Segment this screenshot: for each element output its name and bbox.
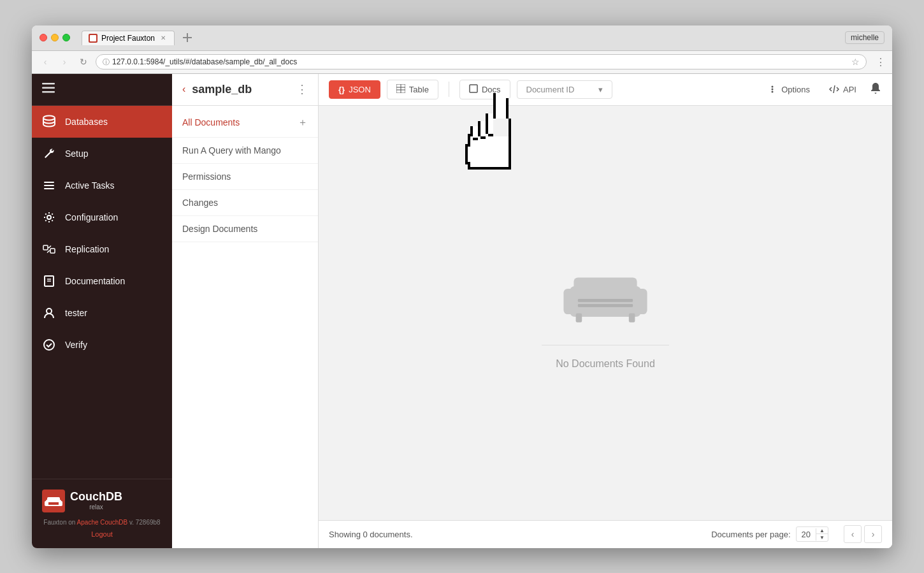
list-icon — [42, 178, 56, 192]
browser-window: Project Fauxton ✕ michelle ‹ › ↻ ⓘ 127.0… — [32, 25, 892, 548]
json-label: JSON — [349, 85, 371, 94]
url-bar[interactable]: ⓘ 127.0.0.1:5984/_utils/#/database/sampl… — [96, 54, 867, 69]
close-button[interactable] — [40, 34, 47, 41]
minimize-button[interactable] — [51, 34, 59, 41]
address-bar: ‹ › ↻ ⓘ 127.0.0.1:5984/_utils/#/database… — [32, 51, 892, 74]
svg-rect-19 — [47, 502, 60, 505]
couch-illustration — [554, 256, 656, 332]
tab-favicon — [89, 34, 97, 43]
svg-rect-11 — [43, 245, 48, 250]
sidebar-item-label-documentation: Documentation — [65, 276, 125, 286]
gear-icon — [42, 210, 56, 224]
sidebar-item-configuration[interactable]: Configuration — [32, 201, 172, 233]
user-badge: michelle — [845, 31, 884, 44]
traffic-lights — [40, 34, 70, 41]
sidebar-item-label-verify: Verify — [65, 340, 87, 350]
logout-link[interactable]: Logout — [42, 530, 162, 538]
sidebar-footer: CouchDB relax Fauxton on Apache CouchDB … — [32, 479, 172, 548]
sidebar-item-replication[interactable]: Replication — [32, 233, 172, 265]
svg-rect-36 — [633, 289, 647, 314]
svg-rect-21 — [59, 501, 62, 506]
options-label: Options — [781, 85, 810, 94]
forward-button[interactable]: › — [57, 55, 71, 69]
back-button[interactable]: ‹ — [38, 55, 52, 69]
options-button[interactable]: Options — [761, 80, 816, 98]
all-documents-label: All Documents — [182, 117, 240, 127]
svg-point-17 — [44, 340, 54, 350]
sidebar-item-active-tasks[interactable]: Active Tasks — [32, 170, 172, 201]
sidebar-item-label-active-tasks: Active Tasks — [65, 180, 115, 191]
divider-line — [542, 345, 669, 345]
per-page-decrement[interactable]: ▼ — [816, 534, 828, 541]
sidebar-item-user[interactable]: tester — [32, 297, 172, 329]
svg-rect-4 — [42, 87, 55, 89]
sidebar-item-documentation[interactable]: Documentation — [32, 265, 172, 297]
add-document-button[interactable]: ＋ — [298, 116, 308, 129]
sub-nav-header: ‹ sample_db ⋮ — [172, 74, 318, 106]
svg-rect-32 — [574, 277, 637, 298]
sidebar-item-label-databases: Databases — [65, 117, 108, 127]
back-to-databases-button[interactable]: ‹ — [182, 83, 185, 95]
sub-nav-changes[interactable]: Changes — [172, 190, 318, 216]
options-icon — [767, 84, 777, 94]
sub-nav-panel: ‹ sample_db ⋮ All Documents ＋ Run A Quer… — [172, 74, 319, 548]
maximize-button[interactable] — [62, 34, 70, 41]
new-tab-button[interactable] — [180, 30, 195, 45]
per-page-arrows: ▲ ▼ — [816, 527, 828, 541]
previous-page-button[interactable]: ‹ — [844, 525, 862, 543]
book-icon — [42, 274, 56, 288]
wrench-icon — [42, 147, 56, 161]
api-button[interactable]: API — [823, 80, 863, 98]
sidebar-item-label-user: tester — [65, 308, 87, 318]
per-page-control: Documents per page: 20 ▲ ▼ ‹ › — [711, 525, 882, 543]
apache-link[interactable]: Apache CouchDB — [77, 519, 128, 526]
sidebar-item-label-setup: Setup — [65, 149, 89, 159]
svg-rect-8 — [44, 185, 54, 186]
hamburger-icon[interactable] — [42, 83, 55, 96]
tab-close-button[interactable]: ✕ — [159, 34, 168, 43]
per-page-increment[interactable]: ▲ — [816, 527, 828, 534]
sidebar-item-setup[interactable]: Setup — [32, 138, 172, 170]
svg-rect-35 — [563, 289, 577, 314]
table-icon — [396, 84, 405, 95]
per-page-label: Documents per page: — [711, 530, 790, 539]
pagination-arrows: ‹ › — [844, 525, 882, 543]
svg-rect-33 — [577, 299, 633, 302]
sub-nav-design-documents[interactable]: Design Documents — [172, 216, 318, 242]
sidebar-item-verify[interactable]: Verify — [32, 329, 172, 361]
sub-nav-all-documents[interactable]: All Documents ＋ — [172, 108, 318, 138]
sidebar: Databases Setup Active Tasks — [32, 74, 172, 548]
sidebar-item-databases[interactable]: Databases — [32, 106, 172, 138]
browser-tab[interactable]: Project Fauxton ✕ — [82, 31, 175, 45]
json-braces-icon: {} — [338, 85, 345, 94]
sidebar-item-label-configuration: Configuration — [65, 212, 118, 222]
refresh-button[interactable]: ↻ — [76, 55, 90, 69]
url-text: 127.0.0.1:5984/_utils/#/database/sample_… — [112, 57, 297, 66]
sub-nav-permissions[interactable]: Permissions — [172, 164, 318, 190]
svg-rect-0 — [90, 35, 96, 41]
table-view-button[interactable]: Table — [387, 80, 438, 99]
browser-menu-icon[interactable]: ⋮ — [876, 56, 886, 68]
next-page-button[interactable]: › — [864, 525, 882, 543]
database-name: sample_db — [192, 83, 290, 96]
doc-id-placeholder: Document ID — [526, 85, 575, 94]
empty-message: No Documents Found — [556, 358, 655, 370]
couch-brand-icon — [42, 490, 65, 512]
bookmark-icon[interactable]: ☆ — [851, 57, 860, 67]
replication-icon — [42, 242, 56, 256]
main-content: {} JSON Table Docs Document — [319, 74, 892, 548]
json-view-button[interactable]: {} JSON — [329, 80, 380, 99]
chevron-down-icon: ▾ — [598, 85, 603, 94]
docs-button[interactable]: Docs — [459, 80, 510, 99]
svg-rect-34 — [577, 304, 633, 307]
main-footer: Showing 0 documents. Documents per page:… — [319, 520, 892, 548]
empty-state: No Documents Found — [319, 106, 892, 520]
svg-rect-37 — [576, 313, 582, 322]
database-menu-button[interactable]: ⋮ — [296, 82, 308, 96]
svg-rect-38 — [629, 313, 635, 322]
sub-nav-run-query[interactable]: Run A Query with Mango — [172, 138, 318, 164]
document-id-dropdown[interactable]: Document ID ▾ — [517, 80, 612, 99]
toolbar-right: Options API — [761, 80, 882, 98]
notifications-button[interactable] — [869, 82, 882, 98]
per-page-select[interactable]: 20 ▲ ▼ — [796, 526, 828, 542]
